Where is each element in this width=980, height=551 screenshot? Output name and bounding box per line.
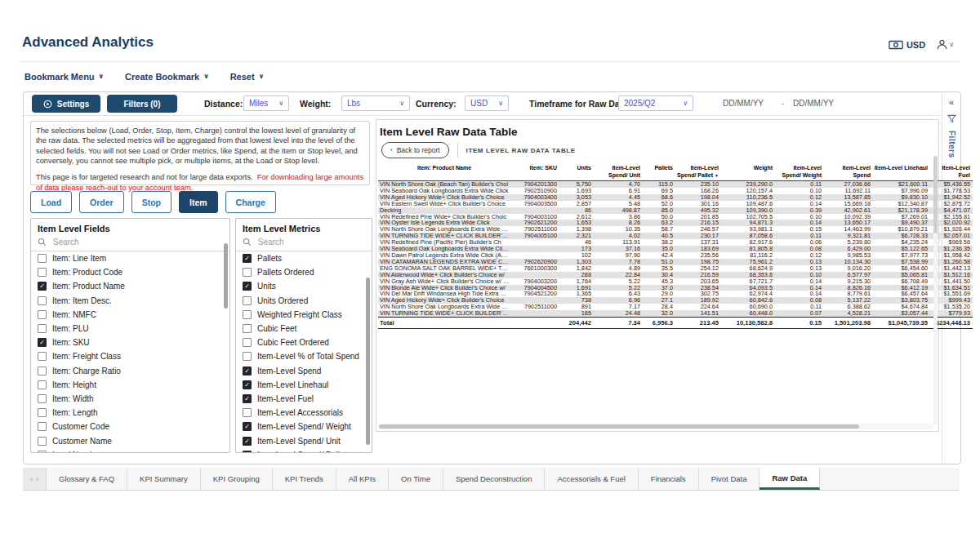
chevron-right-icon[interactable]: › [36, 475, 38, 483]
metrics-search[interactable] [236, 235, 372, 251]
table-row[interactable]: Decking86498.8785.0495.32109,390.00.3942… [378, 207, 973, 214]
table-row[interactable]: VIN Del Mar Drift Windansea High Tide Ex… [378, 291, 973, 297]
checkbox-unchecked-icon[interactable] [38, 367, 47, 375]
timeframe-select[interactable]: 2025/Q2 ∨ [618, 96, 693, 111]
checkbox-unchecked-icon[interactable] [38, 324, 47, 333]
checkbox-checked-icon[interactable]: ✓ [243, 394, 252, 403]
checkbox-unchecked-icon[interactable] [243, 310, 252, 319]
menu-create-bookmark[interactable]: Create Bookmark∨ [125, 72, 209, 82]
table-row[interactable]: VIN CATAMARAN LEGENDS EXTRA WIDE CLICK79… [378, 259, 973, 265]
tab-kpi-grouping[interactable]: KPI Grouping [201, 468, 273, 490]
checkbox-item-item-product-code[interactable]: Item: Product Code [31, 265, 229, 279]
table-row[interactable]: VIN Aged Hickory Wide+ Click Builder's C… [378, 194, 973, 201]
table-row[interactable]: ENG SONOMA SALT OAK BARREL WIDE+ T&G7601… [378, 265, 973, 272]
table-row[interactable]: VIN Redefined Pine (Pacific Pier) Builde… [378, 239, 973, 246]
checkbox-item-customer-name[interactable]: Customer Name [31, 433, 229, 447]
checkbox-item-customer-code[interactable]: Customer Code [31, 420, 229, 433]
checkbox-item-item-level-linehaul[interactable]: ✓Item-Level Linehaul [236, 378, 372, 392]
column-header-item-level-linehaul[interactable]: Item-Level Linehaul [873, 164, 930, 181]
checkbox-item-item-width[interactable]: Item: Width [31, 392, 229, 406]
checkbox-checked-icon[interactable]: ✓ [38, 282, 47, 291]
tab-glossary-faq[interactable]: Glossary & FAQ [47, 468, 127, 490]
checkbox-unchecked-icon[interactable] [38, 422, 47, 431]
checkbox-checked-icon[interactable]: ✓ [243, 282, 252, 291]
checkbox-item-cubic-feet[interactable]: Cubic Feet [236, 322, 372, 335]
checkbox-item-item-product-name[interactable]: ✓Item: Product Name [31, 279, 229, 293]
expand-filters-icon[interactable]: « [949, 98, 954, 107]
checkbox-checked-icon[interactable]: ✓ [243, 367, 252, 375]
tab-raw-data[interactable]: Raw Data [760, 468, 820, 490]
checkbox-unchecked-icon[interactable] [243, 338, 252, 347]
checkbox-unchecked-icon[interactable] [38, 394, 47, 403]
checkbox-unchecked-icon[interactable] [243, 408, 252, 417]
scrollbar-thumb[interactable] [379, 424, 859, 429]
checkbox-item-item-level-accessorials[interactable]: Item-Level Accessorials [236, 406, 372, 420]
back-to-report-button[interactable]: ‹ Back to report [381, 142, 449, 158]
checkbox-item-item-level-spend-unit[interactable]: ✓Item-Level Spend/ Unit [236, 433, 372, 447]
checkbox-checked-icon[interactable]: ✓ [243, 380, 252, 389]
checkbox-item-item-level-spend[interactable]: ✓Item-Level Spend [236, 364, 372, 378]
table-row[interactable]: VIN Dawn Patrol Legends Extra Wide Click… [378, 252, 973, 259]
fields-search-input[interactable] [51, 237, 177, 247]
column-header-pallets[interactable]: Pallets [643, 164, 675, 181]
level-button-charge[interactable]: Charge [225, 191, 276, 213]
checkbox-item-item-level-spend-pallet[interactable]: ✓Item-Level Spend/ Pallet [236, 448, 372, 453]
table-row[interactable]: VIN Seaboard Oak Longboards Extra Wide C… [378, 188, 973, 194]
column-header-weight[interactable]: Weight [721, 164, 775, 181]
level-button-load[interactable]: Load [30, 191, 72, 213]
level-button-stop[interactable]: Stop [131, 191, 172, 213]
tab-all-kpis[interactable]: All KPIs [336, 468, 389, 490]
table-row[interactable]: VIN TURNING TIDE WIDE+ CLICK BUILDER'S C… [378, 233, 973, 239]
checkbox-item-item-nmfc[interactable]: Item: NMFC [31, 308, 229, 322]
checkbox-checked-icon[interactable]: ✓ [243, 254, 252, 263]
checkbox-item-item-level-fuel[interactable]: ✓Item-Level Fuel [236, 392, 372, 406]
currency-select[interactable]: USD ∨ [465, 96, 509, 111]
tab-kpi-trends[interactable]: KPI Trends [273, 468, 336, 490]
checkbox-item-load-number[interactable]: Load Number [31, 448, 229, 453]
metrics-search-input[interactable] [256, 237, 368, 247]
level-button-item[interactable]: Item [179, 191, 218, 213]
checkbox-unchecked-icon[interactable] [38, 408, 47, 417]
profile-menu[interactable]: ∨ [937, 39, 954, 50]
checkbox-unchecked-icon[interactable] [38, 268, 47, 277]
currency-badge[interactable]: USD [889, 40, 925, 50]
checkbox-item-weighted-freight-class[interactable]: Weighted Freight Class [236, 308, 372, 322]
table-horizontal-scrollbar[interactable] [378, 424, 933, 429]
checkbox-item-cubic-feet-ordered[interactable]: Cubic Feet Ordered [236, 335, 372, 349]
checkbox-item-units[interactable]: ✓Units [236, 279, 372, 293]
column-header-item-level-spend-weight[interactable]: Item-Level Spend/ Weight [775, 164, 824, 181]
checkbox-item-pallets[interactable]: ✓Pallets [236, 251, 372, 265]
checkbox-item-item-item-desc[interactable]: Item: Item Desc. [31, 294, 229, 308]
checkbox-checked-icon[interactable]: ✓ [243, 451, 252, 453]
date-to-field[interactable]: DD/MM/YY [793, 99, 834, 108]
table-row[interactable]: VIN Eastern Swell Wide+ Click Builder's … [378, 201, 973, 207]
distance-select[interactable]: Miles ∨ [243, 96, 289, 111]
fields-search[interactable] [31, 235, 229, 251]
menu-reset[interactable]: Reset∨ [230, 72, 264, 82]
checkbox-item-item-charge-ratio[interactable]: Item: Charge Ratio [31, 364, 229, 378]
column-header-item-level-spend[interactable]: Item-Level Spend [824, 164, 873, 181]
checkbox-item-item-plu[interactable]: Item: PLU [31, 322, 229, 335]
checkbox-unchecked-icon[interactable] [38, 296, 47, 305]
checkbox-item-item-height[interactable]: Item: Height [31, 378, 229, 392]
checkbox-item-pallets-ordered[interactable]: Pallets Ordered [236, 265, 372, 279]
table-row[interactable]: VIN Redefined Pine Wide+ Click Builder's… [378, 214, 973, 220]
column-header-item-level-spend-pallet[interactable]: Item-Level Spend/ Pallet▼ [675, 164, 721, 181]
checkbox-item-item-freight-class[interactable]: Item: Freight Class [31, 349, 229, 363]
checkbox-item-item-sku[interactable]: ✓Item: SKU [31, 335, 229, 349]
scrollbar-thumb[interactable] [933, 156, 938, 233]
tab-financials[interactable]: Financials [639, 468, 699, 490]
checkbox-unchecked-icon[interactable] [38, 451, 47, 453]
column-header-item-level-spend-unit[interactable]: Item-Level Spend/ Unit [594, 164, 643, 181]
tab-spend-deconstruction[interactable]: Spend Deconstruction [443, 468, 545, 490]
weight-select[interactable]: Lbs ∨ [341, 96, 410, 111]
menu-bookmark-menu[interactable]: Bookmark Menu∨ [24, 72, 104, 82]
checkbox-unchecked-icon[interactable] [243, 268, 252, 277]
checkbox-unchecked-icon[interactable] [243, 324, 252, 333]
filters-button[interactable]: Filters (0) [107, 95, 177, 113]
checkbox-item-item-level-spend-weight[interactable]: ✓Item-Level Spend/ Weight [236, 420, 372, 433]
table-row[interactable]: VIN Oyster Isle Legends Extra Wide Click… [378, 220, 973, 226]
table-vertical-scrollbar[interactable] [933, 156, 938, 425]
checkbox-unchecked-icon[interactable] [38, 352, 47, 361]
settings-button[interactable]: Settings [32, 95, 100, 113]
